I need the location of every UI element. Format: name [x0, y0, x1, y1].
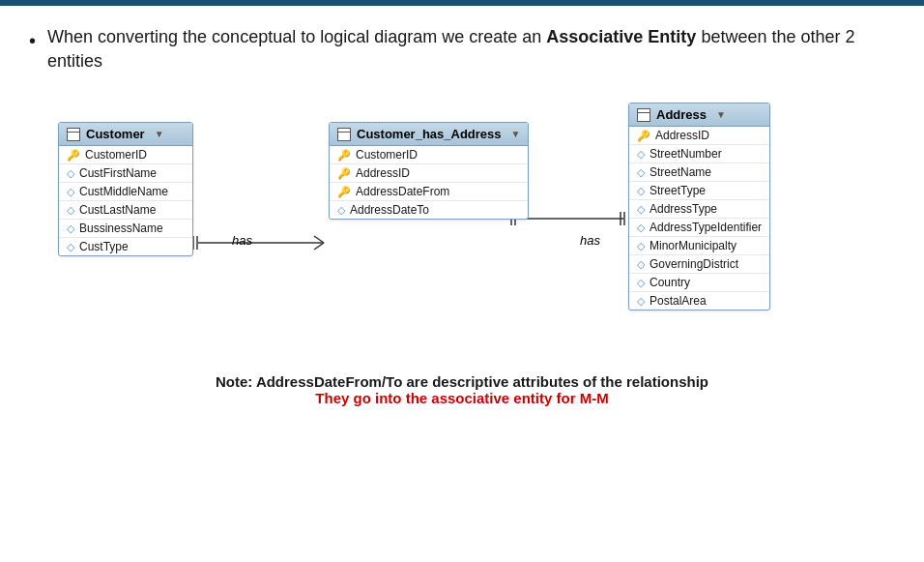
svg-line-2	[314, 243, 324, 250]
bullet-text-start: When converting the conceptual to logica…	[47, 27, 546, 46]
attr-icon: ◇	[637, 240, 645, 252]
attr-icon: ◇	[637, 295, 645, 308]
diagram-area: Customer ▼ 🔑 CustomerID ◇ CustFirstName …	[29, 93, 895, 364]
field-label: StreetNumber	[650, 147, 722, 161]
customer-row-5: ◇ BussinessName	[59, 220, 192, 238]
field-label: MinorMunicipalty	[650, 239, 736, 252]
attr-icon: ◇	[637, 222, 645, 234]
junction-row-4: ◇ AddressDateTo	[330, 201, 528, 219]
has-label-right: has	[580, 233, 600, 248]
address-row-9: ◇ Country	[629, 274, 769, 292]
junction-row-3: 🔑 AddressDateFrom	[330, 183, 528, 201]
relationship-label-right: has	[580, 233, 600, 248]
pk-icon: 🔑	[67, 149, 80, 162]
field-label: CustType	[79, 240, 129, 253]
bullet-point: • When converting the conceptual to logi…	[29, 25, 895, 74]
bullet-symbol: •	[29, 27, 36, 54]
field-label: AddressID	[655, 129, 709, 142]
address-entity: Address ▼ 🔑 AddressID ◇ StreetNumber ◇ S…	[628, 103, 770, 311]
field-label: CustLastName	[79, 203, 156, 217]
customer-title: Customer	[86, 127, 145, 141]
customer-entity: Customer ▼ 🔑 CustomerID ◇ CustFirstName …	[58, 122, 193, 256]
field-label: AddressType	[650, 202, 717, 216]
field-label: StreetType	[650, 184, 706, 197]
address-row-4: ◇ StreetType	[629, 182, 769, 200]
field-label: Country	[650, 276, 690, 289]
address-row-5: ◇ AddressType	[629, 200, 769, 219]
table-icon	[337, 128, 351, 141]
address-row-6: ◇ AddressTypeIdentifier	[629, 219, 769, 237]
pk-icon: 🔑	[337, 149, 351, 162]
note-text-1: Note: AddressDateFrom/To are descriptive…	[216, 373, 708, 390]
bullet-bold-term: Associative Entity	[546, 27, 696, 46]
table-icon	[67, 128, 80, 141]
dropdown-arrow: ▼	[716, 109, 726, 120]
attr-icon: ◇	[637, 203, 645, 216]
field-label: CustomerID	[356, 148, 418, 162]
has-label-left: has	[232, 233, 252, 248]
junction-row-1: 🔑 CustomerID	[330, 146, 528, 164]
junction-entity-header: Customer_has_Address ▼	[330, 123, 528, 146]
relationship-label-left: has	[232, 233, 252, 248]
attr-icon: ◇	[67, 186, 74, 198]
address-row-3: ◇ StreetName	[629, 163, 769, 182]
attr-icon: ◇	[637, 258, 645, 271]
address-entity-header: Address ▼	[629, 104, 769, 127]
field-label: CustMiddleName	[79, 185, 168, 198]
dropdown-arrow: ▼	[155, 129, 164, 139]
pk-icon: 🔑	[337, 186, 351, 198]
address-title: Address	[656, 107, 707, 122]
dropdown-arrow: ▼	[511, 129, 521, 139]
attr-icon: ◇	[637, 185, 645, 197]
customer-row-3: ◇ CustMiddleName	[59, 183, 192, 201]
note-area: Note: AddressDateFrom/To are descriptive…	[29, 373, 895, 406]
table-icon	[637, 108, 650, 122]
attr-icon: ◇	[637, 277, 645, 289]
address-row-1: 🔑 AddressID	[629, 127, 769, 145]
pk-icon: 🔑	[337, 167, 351, 180]
field-label: AddressTypeIdentifier	[650, 221, 762, 234]
bullet-body: When converting the conceptual to logica…	[47, 25, 895, 74]
field-label: AddressDateTo	[350, 203, 429, 217]
customer-row-6: ◇ CustType	[59, 238, 192, 255]
field-label: BussinessName	[79, 222, 163, 235]
junction-title: Customer_has_Address	[357, 127, 502, 141]
note-line1: Note: AddressDateFrom/To are descriptive…	[29, 373, 895, 390]
pk-icon: 🔑	[637, 130, 650, 142]
field-label: GoverningDistrict	[650, 257, 738, 271]
customer-row-4: ◇ CustLastName	[59, 201, 192, 220]
customer-row-1: 🔑 CustomerID	[59, 146, 192, 164]
address-row-8: ◇ GoverningDistrict	[629, 255, 769, 274]
address-row-2: ◇ StreetNumber	[629, 145, 769, 163]
customer-entity-header: Customer ▼	[59, 123, 192, 146]
slide-content: • When converting the conceptual to logi…	[0, 6, 924, 426]
note-text-2: They go into the associative entity for …	[315, 390, 608, 406]
attr-icon: ◇	[67, 167, 74, 180]
field-label: AddressID	[356, 166, 410, 180]
field-label: CustomerID	[85, 148, 147, 162]
field-label: PostalArea	[650, 294, 707, 308]
svg-line-1	[314, 236, 324, 243]
attr-icon: ◇	[637, 148, 645, 161]
junction-entity: Customer_has_Address ▼ 🔑 CustomerID 🔑 Ad…	[329, 122, 529, 220]
field-label: StreetName	[650, 165, 711, 179]
junction-row-2: 🔑 AddressID	[330, 164, 528, 183]
address-row-10: ◇ PostalArea	[629, 292, 769, 310]
attr-icon: ◇	[67, 204, 74, 217]
attr-icon: ◇	[67, 241, 74, 253]
customer-row-2: ◇ CustFirstName	[59, 164, 192, 183]
field-label: CustFirstName	[79, 166, 157, 180]
address-row-7: ◇ MinorMunicipalty	[629, 237, 769, 255]
attr-icon: ◇	[637, 166, 645, 179]
attr-icon: ◇	[67, 222, 74, 235]
note-line2: They go into the associative entity for …	[29, 390, 895, 406]
attr-icon: ◇	[337, 204, 345, 217]
field-label: AddressDateFrom	[356, 185, 449, 198]
